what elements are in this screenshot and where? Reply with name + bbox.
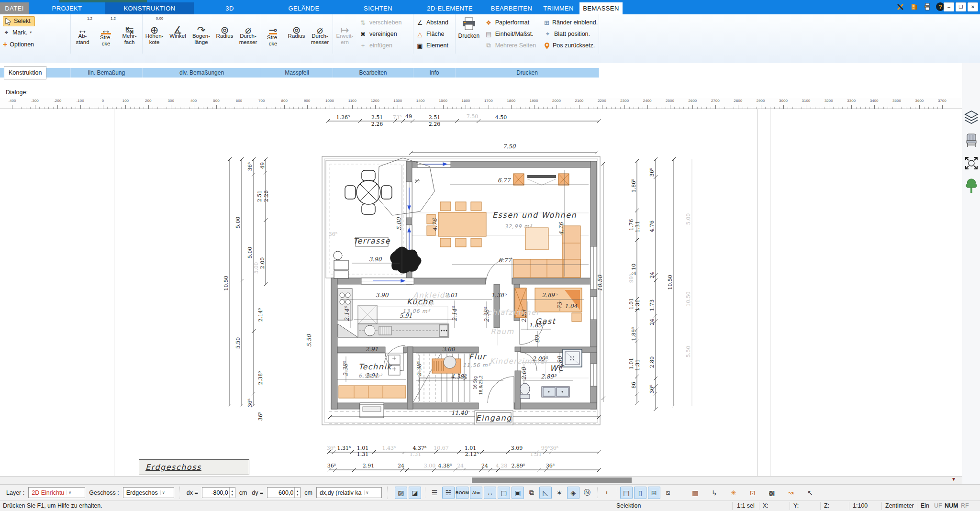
selekt-button[interactable]: Selekt	[3, 16, 35, 26]
info-element-button[interactable]: ▣Element	[413, 40, 451, 51]
frame-icon[interactable]: ▣	[512, 487, 524, 499]
raender-einblenden-button[interactable]: ⊞Ränder einblend.	[541, 17, 599, 28]
konstruktion-button[interactable]: Konstruktion	[4, 66, 46, 79]
minimize-button[interactable]: –	[944, 2, 954, 11]
multi-window-icon[interactable]: ⊞	[648, 487, 660, 499]
tab-bemassen[interactable]: BEMASSEN	[579, 2, 623, 14]
mehrfach-button[interactable]: ↹Mehr-fach	[118, 14, 141, 45]
durchmesser-button[interactable]: ⌀Durch-messer	[236, 14, 260, 45]
restore-button[interactable]: ❐	[956, 2, 966, 11]
pos-zuruecksetzen-button[interactable]: Pos zurücksetz.	[541, 40, 599, 51]
floor-plan-canvas[interactable]: 1.26⁵2.512.2673⁵492.512.267.504.507.5010…	[211, 110, 708, 478]
erweitern-button[interactable]: ↦Erweit-ern	[333, 14, 356, 45]
abstand-button[interactable]: ↔1.2Ab-stand	[71, 14, 94, 45]
text-display-icon[interactable]: Abc	[470, 487, 482, 499]
horizontal-scrollbar[interactable]	[0, 476, 962, 485]
einfuegen-button[interactable]: +einfügen	[356, 40, 404, 51]
print-icon[interactable]	[923, 2, 932, 11]
einheit-massstab-button[interactable]: ▤Einheit/Maßst.	[482, 28, 541, 40]
north-arrow-icon[interactable]: Ⓝ	[581, 487, 593, 499]
scroll-down-icon[interactable]: ▼	[951, 477, 956, 482]
project-info-icon[interactable]	[909, 2, 919, 11]
close-button[interactable]: ✕	[968, 2, 978, 11]
ruler-toggle-icon[interactable]: ▤	[620, 487, 633, 499]
status-scale[interactable]: 1:100	[853, 502, 868, 509]
fill-display-icon[interactable]: ◈	[567, 487, 579, 499]
dimension-display-icon[interactable]: ↔	[484, 487, 496, 499]
snap-grid-icon[interactable]: ⊡	[746, 487, 759, 499]
roof-lines-icon[interactable]: ◺	[539, 487, 552, 499]
tab-2d-elemente[interactable]: 2D-ELEMENTE	[414, 2, 486, 14]
masspfeil-strecke-button[interactable]: ⊸Stre-cke	[261, 14, 285, 46]
plan-label: 10.50	[667, 275, 673, 290]
dy-spinner[interactable]: ▲▼	[294, 488, 300, 498]
sheet-title-box[interactable]: Erdgeschoss	[139, 459, 249, 475]
horizontal-ruler[interactable]: -400-300-200-100010020030040050060070080…	[0, 98, 962, 109]
tab-trimmen[interactable]: TRIMMEN	[537, 2, 579, 14]
scrollbar-thumb[interactable]	[472, 478, 632, 483]
tab-gelaende[interactable]: GELÄNDE	[266, 2, 342, 14]
masspfeil-durchmesser-button[interactable]: ⌀Durch-messer	[308, 14, 332, 45]
mark-button[interactable]: ⌖Mark.▾	[0, 26, 32, 38]
plan-label: 4.50	[495, 114, 507, 121]
dx-input[interactable]	[202, 489, 229, 497]
multi-dim-icon: ↹	[125, 16, 134, 33]
layer-colors-icon[interactable]: ⧉	[525, 487, 538, 499]
blatt-position-button[interactable]: ⌖Blatt position.	[541, 28, 599, 40]
tab-projekt[interactable]: PROJEKT	[29, 2, 105, 14]
mehrere-seiten-button[interactable]: ⧉Mehrere Seiten	[482, 40, 541, 51]
construction-path-icon[interactable]: ↝	[785, 487, 797, 499]
texture-display-icon[interactable]: ✶	[553, 487, 566, 499]
chevron-down-icon: ∨	[67, 490, 71, 495]
drucken-button[interactable]: Drucken	[456, 14, 482, 39]
optionen-button[interactable]: +Optionen	[0, 38, 34, 50]
deselect-cursor-icon[interactable]: ↖	[804, 487, 816, 499]
strecke-button[interactable]: ↔1.2Stre-cke	[94, 14, 118, 46]
winkel-button[interactable]: ∡Winkel	[166, 14, 189, 39]
tab-konstruktion[interactable]: KONSTRUKTION	[105, 2, 194, 14]
line-weight-icon[interactable]: ☰	[428, 487, 441, 499]
status-units[interactable]: Zentimeter	[885, 502, 914, 509]
geschoss-select[interactable]: Erdgeschos∨	[123, 487, 174, 498]
bogenlaenge-button[interactable]: ↷Bogen-länge	[189, 14, 213, 45]
info-flaeche-button[interactable]: △Fläche	[413, 28, 451, 40]
dx-spinner[interactable]: ▲▼	[229, 488, 235, 498]
info-abstand-button[interactable]: ∠Abstand	[413, 17, 451, 28]
layer-select[interactable]: 2D Einrichtu∨	[28, 487, 85, 498]
tile-windows-icon[interactable]: ⧅	[662, 487, 674, 499]
dy-spinbox[interactable]: ▲▼	[267, 487, 301, 498]
plan-label: 36⁵	[546, 463, 555, 469]
tree-icon[interactable]	[963, 178, 980, 194]
page-preview-icon[interactable]: ▯	[634, 487, 646, 499]
frame-handles-icon[interactable]: ▢	[498, 487, 510, 499]
hoehenkote-button[interactable]: ⊕0.00Höhen-kote	[143, 14, 166, 45]
coord-mode-select[interactable]: dx,dy (relativ ka∨	[316, 487, 382, 498]
masspfeil-radius-button[interactable]: ⊚Radius	[285, 14, 308, 39]
pan-move-icon[interactable]	[963, 155, 980, 171]
plan-label: 5.50	[306, 333, 312, 347]
tab-datei[interactable]: DATEI	[0, 2, 29, 14]
section-marker-icon[interactable]: I	[601, 487, 613, 499]
tab-3d[interactable]: 3D	[194, 2, 266, 14]
tab-bearbeiten[interactable]: BEARBEITEN	[486, 2, 537, 14]
roof-display-icon[interactable]: ◪	[409, 487, 421, 499]
angle-dim-icon: ∡	[173, 16, 182, 33]
dashed-lines-icon[interactable]: ☵	[442, 487, 455, 499]
dy-input[interactable]	[267, 489, 294, 497]
radius-button[interactable]: ⊚Radius	[213, 14, 236, 39]
tools-icon[interactable]	[896, 2, 905, 11]
background-image-icon[interactable]: ▦	[689, 487, 702, 499]
dx-spinbox[interactable]: ▲▼	[202, 487, 235, 498]
layers-icon[interactable]	[963, 109, 980, 125]
status-ein[interactable]: Ein	[921, 502, 929, 509]
tab-sichten[interactable]: SICHTEN	[342, 2, 414, 14]
room-label-icon[interactable]: ROOM	[456, 487, 468, 499]
origin-icon[interactable]: ↳	[708, 487, 721, 499]
grid-toggle-icon[interactable]: ▩	[766, 487, 778, 499]
hatch-display-icon[interactable]: ▨	[395, 487, 407, 499]
verschieben-button[interactable]: ⇅verschieben	[356, 17, 404, 28]
snap-point-icon[interactable]: ✳	[727, 487, 740, 499]
papierformat-button[interactable]: ❖Papierformat	[482, 17, 541, 28]
furniture-icon[interactable]	[963, 132, 980, 148]
vereinigen-button[interactable]: ✖vereinigen	[356, 28, 404, 40]
